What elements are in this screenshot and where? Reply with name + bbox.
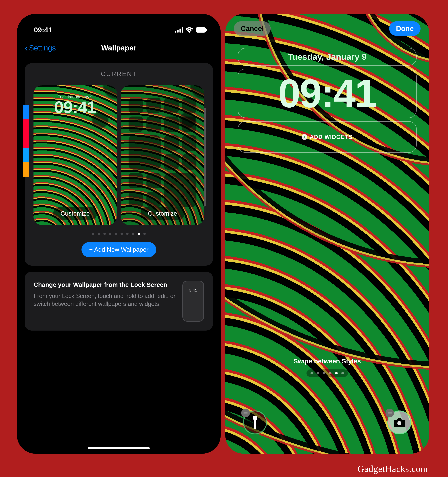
tip-card: Change your Wallpaper from the Lock Scre… bbox=[25, 272, 213, 331]
home-screen-preview[interactable]: Customize bbox=[121, 85, 204, 225]
tip-title: Change your Wallpaper from the Lock Scre… bbox=[34, 281, 176, 289]
camera-button[interactable]: − bbox=[387, 411, 411, 434]
lock-date: Tuesday, January 9 bbox=[288, 52, 367, 62]
status-bar: 09:41 bbox=[17, 14, 221, 39]
lock-screen-editor: Cancel Done Tuesday, January 9 09:41 + A… bbox=[225, 14, 429, 454]
svg-rect-5 bbox=[206, 29, 207, 31]
swipe-styles-label: Swipe between Styles bbox=[225, 358, 429, 365]
flashlight-button[interactable]: − bbox=[243, 411, 267, 434]
watermark: GadgetHacks.com bbox=[357, 464, 428, 474]
tip-mini-time: 9:41 bbox=[183, 288, 203, 293]
wifi-icon bbox=[185, 27, 193, 33]
svg-point-6 bbox=[397, 421, 401, 425]
svg-rect-2 bbox=[179, 29, 181, 33]
svg-rect-4 bbox=[196, 27, 206, 33]
camera-icon bbox=[393, 418, 405, 427]
add-new-wallpaper-button[interactable]: + Add New Wallpaper bbox=[82, 242, 156, 257]
svg-rect-0 bbox=[175, 31, 176, 33]
page-title: Wallpaper bbox=[17, 44, 221, 52]
svg-rect-3 bbox=[182, 27, 183, 33]
preview-time: 09:41 bbox=[34, 97, 117, 117]
flashlight-icon bbox=[251, 416, 260, 429]
current-wallpaper-card: CURRENT Tuesday, January 9 09:41 Customi… bbox=[25, 63, 213, 266]
cancel-button[interactable]: Cancel bbox=[234, 21, 271, 36]
cellular-icon bbox=[175, 27, 183, 33]
clock-widget-slot[interactable]: 09:41 bbox=[238, 69, 417, 118]
settings-phone: 09:41 ‹ Settings Wallpaper CURRENT bbox=[17, 14, 221, 454]
tip-illustration: 9:41 bbox=[182, 281, 204, 322]
customize-home-button[interactable]: Customize bbox=[141, 207, 185, 220]
home-indicator[interactable] bbox=[88, 447, 150, 449]
remove-badge-icon[interactable]: − bbox=[241, 409, 250, 417]
status-icons bbox=[175, 27, 208, 33]
lock-time: 09:41 bbox=[278, 73, 376, 113]
add-widgets-label: ADD WIDGETS bbox=[310, 134, 353, 140]
style-dots[interactable] bbox=[306, 370, 348, 377]
carousel-dots[interactable] bbox=[25, 233, 213, 235]
battery-icon bbox=[196, 27, 208, 33]
add-widgets-slot[interactable]: + ADD WIDGETS bbox=[238, 121, 417, 153]
home-icon-grid bbox=[129, 98, 197, 200]
status-time: 09:41 bbox=[34, 26, 52, 34]
plus-icon: + bbox=[302, 134, 307, 140]
customize-lock-button[interactable]: Customize bbox=[53, 207, 97, 220]
done-button[interactable]: Done bbox=[389, 21, 421, 36]
tip-body: From your Lock Screen, touch and hold to… bbox=[34, 292, 176, 308]
current-label: CURRENT bbox=[25, 70, 213, 78]
divider bbox=[234, 385, 421, 385]
lock-screen-preview[interactable]: Tuesday, January 9 09:41 Customize bbox=[34, 85, 117, 225]
remove-badge-icon[interactable]: − bbox=[386, 409, 394, 417]
svg-rect-1 bbox=[177, 30, 179, 33]
nav-bar: ‹ Settings Wallpaper bbox=[17, 39, 221, 57]
date-widget-slot[interactable]: Tuesday, January 9 bbox=[238, 48, 417, 66]
